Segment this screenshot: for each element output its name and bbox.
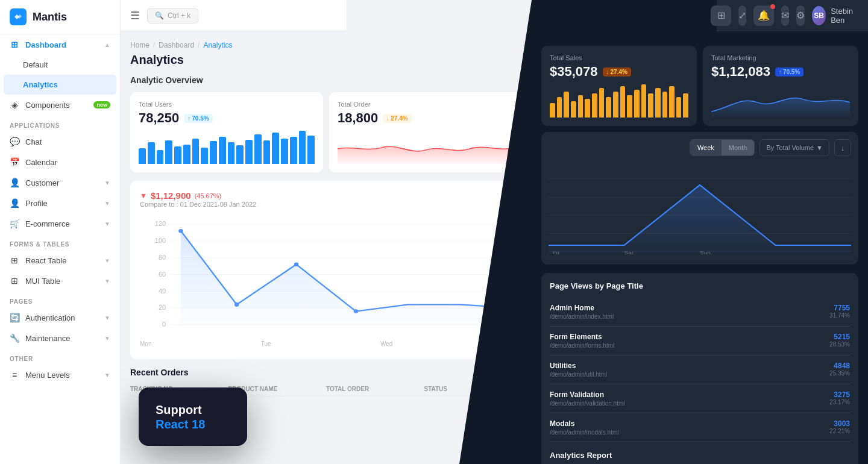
svg-point-16 (294, 262, 298, 266)
user-avatar: SB (812, 6, 826, 25)
svg-text:120: 120 (155, 221, 166, 227)
svg-text:0: 0 (162, 321, 166, 328)
header-light: ☰ 🔍 Ctrl + k (121, 0, 347, 31)
pv-row-admin-home: Admin Home /demo/admin/index.html 7755 3… (550, 298, 850, 327)
menu-toggle-icon[interactable]: ☰ (130, 9, 140, 22)
page-views-title: Page Views by Page Title (550, 281, 850, 290)
recent-orders-title: Recent Orders (130, 368, 522, 377)
stat-card-order: Total Order 18,800 ↓ 27.4% (329, 92, 522, 172)
pv-title-2: Form Elements (550, 333, 829, 341)
svg-text:80: 80 (159, 254, 166, 261)
sidebar-item-maintenance[interactable]: 🔧 Maintenance ▼ (0, 328, 120, 348)
pv-row-form-validation: Form Validation /demo/admin/validation.h… (550, 384, 850, 413)
stat-cards-row: Total Users 78,250 ↑ 70.5% Total Order 1… (130, 92, 522, 172)
apps-icon-btn[interactable]: ⊞ (711, 5, 731, 26)
pv-url-3: /demo/admin/util.html (550, 371, 829, 378)
pv-count-2: 5215 (829, 333, 850, 341)
svg-point-15 (234, 303, 239, 307)
profile-icon: 👤 (10, 198, 19, 208)
support-line1: Support (156, 402, 230, 418)
order-badge: ↓ 27.4% (383, 114, 411, 123)
svg-text:Fri: Fri (552, 250, 559, 256)
pv-pct-1: 31.74% (829, 312, 850, 319)
main-wrapper: ☰ 🔍 Ctrl + k Home / Dashboard / Analytic… (121, 0, 868, 464)
maintenance-icon: 🔧 (10, 333, 19, 343)
marketing-label: Total Marketing (711, 54, 850, 61)
pv-url-5: /demo/admin/modals.html (550, 429, 829, 436)
fullscreen-icon-btn[interactable]: ⤢ (738, 5, 746, 26)
chevron-up-icon: ▲ (104, 42, 110, 48)
user-name: Stebin Ben (831, 7, 858, 25)
breadcrumb-dashboard: Dashboard (159, 41, 194, 49)
sidebar-item-default[interactable]: Default (0, 55, 120, 75)
menu-icon: ≡ (10, 370, 19, 380)
chevron-icon: ▼ (104, 200, 110, 207)
breadcrumb-home: Home (130, 41, 149, 49)
settings-icon-btn[interactable]: ⚙ (796, 5, 805, 26)
users-label: Total Users (139, 101, 315, 108)
svg-text:20: 20 (159, 304, 166, 311)
page-views-panel: Page Views by Page Title Admin Home /dem… (541, 273, 858, 464)
sidebar-item-chat[interactable]: 💬 Chat (0, 131, 120, 152)
week-month-toggle: Week Month (690, 139, 755, 156)
breadcrumb: Home / Dashboard / Analytics (130, 41, 522, 49)
pv-pct-3: 25.35% (829, 370, 850, 377)
order-value: 18,800 (338, 110, 378, 126)
sidebar-item-authentication[interactable]: 🔄 Authentication ▼ (0, 307, 120, 328)
download-btn[interactable]: ↓ (834, 139, 851, 156)
header-dark: ⊞ ⤢ 🔔 ✉ ⚙ SB Stebin Ben (717, 0, 868, 31)
order-area-chart (338, 131, 514, 164)
user-avatar-area[interactable]: SB Stebin Ben (812, 6, 858, 25)
react-table-icon: ⊞ (10, 256, 19, 265)
month-btn[interactable]: Month (722, 140, 755, 155)
page-title: Analytics (130, 53, 522, 67)
pv-pct-2: 28.53% (829, 341, 850, 348)
pv-count-5: 3003 (829, 419, 850, 428)
users-badge: ↑ 70.5% (184, 114, 212, 123)
mui-table-icon: ⊞ (10, 276, 19, 286)
volume-select[interactable]: By Total Volume ▼ (760, 139, 829, 156)
sidebar-logo[interactable]: Mantis (0, 0, 120, 34)
stat-card-users: Total Users 78,250 ↑ 70.5% (130, 92, 323, 172)
sidebar-item-profile[interactable]: 👤 Profile ▼ (0, 193, 120, 213)
breadcrumb-analytics: Analytics (203, 41, 232, 49)
mail-icon-btn[interactable]: ✉ (781, 5, 789, 26)
pv-title-5: Modals (550, 419, 829, 428)
col-total-order: Total Order (326, 386, 424, 392)
section-pages: Pages (0, 291, 120, 307)
svg-text:100: 100 (155, 237, 166, 244)
sales-bar-chart (550, 84, 688, 118)
pv-pct-4: 23.17% (829, 399, 850, 406)
chevron-icon: ▼ (104, 257, 110, 264)
sales-label: Total Sales (550, 54, 688, 61)
sidebar-item-dashboard[interactable]: ⊞ Dashboard ▲ (0, 34, 120, 55)
sidebar-item-menu-levels[interactable]: ≡ Menu Levels ▼ (0, 365, 120, 385)
sidebar-item-calendar[interactable]: 📅 Calendar (0, 152, 120, 172)
sidebar-item-analytics[interactable]: Analytics (4, 75, 116, 95)
section-applications: Applications (0, 115, 120, 131)
chevron-icon: ▼ (104, 221, 110, 227)
pv-url-4: /demo/admin/validation.html (550, 400, 829, 407)
week-btn[interactable]: Week (690, 140, 722, 155)
col-status: Status (424, 386, 523, 392)
sidebar-item-components[interactable]: ◈ Components new (0, 95, 120, 115)
main-light: ☰ 🔍 Ctrl + k Home / Dashboard / Analytic… (121, 0, 532, 464)
support-react18-popup[interactable]: Support React 18 (139, 387, 247, 446)
pv-count-3: 4848 (829, 362, 850, 370)
sidebar-item-ecommerce[interactable]: 🛒 E-commerce ▼ (0, 213, 120, 234)
analytics-report-label: Analytics Report (550, 451, 850, 460)
pv-title-1: Admin Home (550, 304, 829, 312)
dark-income-chart: Fri Sat Sun (549, 161, 851, 257)
sidebar-item-customer[interactable]: 👤 Customer ▼ (0, 172, 120, 193)
sidebar-item-react-table[interactable]: ⊞ React Table ▼ (0, 250, 120, 271)
chart-x-labels: Mon Tue Wed Thu (140, 338, 512, 350)
marketing-area-chart (711, 84, 850, 118)
search-box[interactable]: 🔍 Ctrl + k (147, 8, 198, 24)
pv-row-form-elements: Form Elements /demo/admin/forms.html 521… (550, 327, 850, 356)
income-compare: Compare to : 01 Dec 2021-08 Jan 2022 (140, 201, 256, 208)
pv-count-1: 7755 (829, 304, 850, 312)
content-dark: Total Sales $35,078 ↓ 27.4% Total Market… (532, 31, 868, 464)
order-label: Total Order (338, 101, 514, 108)
sidebar-item-mui-table[interactable]: ⊞ MUI Table ▼ (0, 271, 120, 291)
chevron-icon: ▼ (104, 335, 110, 342)
